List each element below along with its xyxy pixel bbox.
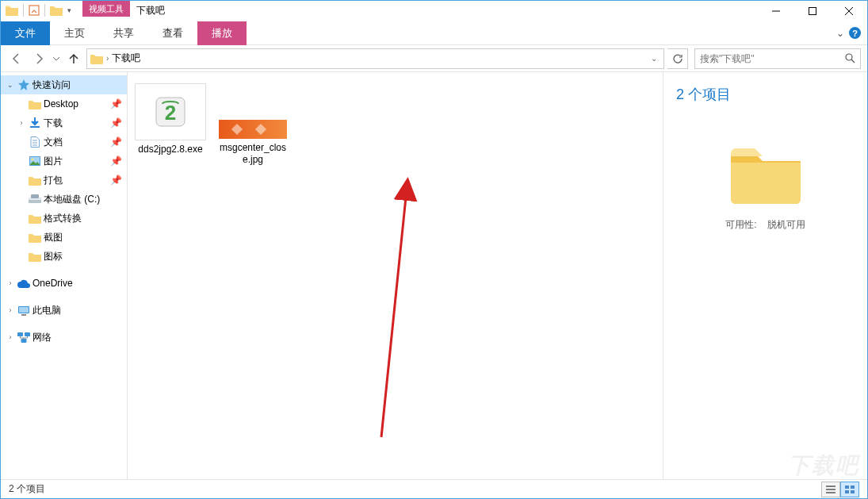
tree-icon-lib[interactable]: 图标 bbox=[1, 247, 127, 266]
tree-this-pc[interactable]: › 此电脑 bbox=[1, 301, 127, 320]
pin-icon: 📌 bbox=[110, 98, 122, 109]
pin-icon: 📌 bbox=[110, 136, 122, 148]
ribbon-tab-share[interactable]: 共享 bbox=[99, 21, 148, 45]
nav-back-button[interactable] bbox=[7, 49, 26, 68]
help-icon[interactable]: ? bbox=[849, 27, 861, 39]
file-label: msgcenter_close.jpg bbox=[216, 142, 289, 166]
quick-access-toolbar: ▾ bbox=[1, 1, 76, 20]
navigation-pane: ⌄ 快速访问 Desktop 📌 › 下载 📌 文档 📌 bbox=[1, 72, 128, 479]
nav-up-button[interactable] bbox=[64, 49, 83, 68]
svg-rect-11 bbox=[17, 332, 23, 336]
documents-icon bbox=[28, 136, 42, 148]
file-item-exe[interactable]: 2 dds2jpg2.8.exe bbox=[132, 80, 208, 159]
pin-icon: 📌 bbox=[110, 175, 122, 186]
ribbon-expand-button[interactable]: ⌄ bbox=[836, 28, 844, 39]
tree-network[interactable]: › 网络 bbox=[1, 328, 127, 347]
search-icon[interactable] bbox=[839, 49, 860, 68]
expand-icon[interactable]: › bbox=[6, 333, 15, 341]
pin-icon: 📌 bbox=[110, 155, 122, 167]
ribbon-tab-home[interactable]: 主页 bbox=[50, 21, 99, 45]
view-icons-button[interactable] bbox=[840, 482, 859, 497]
nav-recent-dropdown[interactable] bbox=[52, 49, 61, 68]
search-box[interactable] bbox=[694, 48, 861, 69]
ribbon-tabs: 文件 主页 共享 查看 播放 ⌄ ? bbox=[1, 21, 867, 45]
refresh-button[interactable] bbox=[667, 48, 688, 69]
tree-quick-access[interactable]: ⌄ 快速访问 bbox=[1, 75, 127, 94]
tree-onedrive[interactable]: › OneDrive bbox=[1, 274, 127, 293]
pictures-icon bbox=[28, 156, 42, 166]
tree-pictures[interactable]: 图片 📌 bbox=[1, 152, 127, 171]
title-bar: ▾ 视频工具 下载吧 bbox=[1, 1, 867, 21]
ribbon-tab-file[interactable]: 文件 bbox=[1, 21, 50, 45]
window-title: 下载吧 bbox=[130, 1, 171, 21]
content-area: 2 dds2jpg2.8.exe msgcenter_close.jpg 2 个… bbox=[128, 72, 867, 479]
this-pc-icon bbox=[17, 305, 31, 316]
qat-new-folder[interactable] bbox=[50, 5, 63, 16]
file-thumbnail bbox=[217, 83, 289, 139]
file-item-jpg[interactable]: msgcenter_close.jpg bbox=[215, 80, 291, 169]
collapse-icon[interactable]: ⌄ bbox=[6, 81, 15, 89]
svg-text:2: 2 bbox=[165, 101, 176, 125]
svg-rect-10 bbox=[21, 314, 26, 316]
svg-rect-13 bbox=[21, 339, 27, 343]
separator bbox=[44, 4, 45, 17]
tree-screenshot[interactable]: 截图 bbox=[1, 228, 127, 247]
folder-icon bbox=[6, 5, 18, 16]
details-title: 2 个项目 bbox=[676, 85, 731, 104]
folder-large-icon bbox=[728, 142, 804, 204]
nav-forward-button[interactable] bbox=[29, 49, 48, 68]
navigation-bar: › 下载吧 ⌄ bbox=[1, 45, 867, 72]
folder-icon bbox=[28, 99, 42, 109]
file-label: dds2jpg2.8.exe bbox=[138, 144, 202, 155]
qat-customize-dropdown[interactable]: ▾ bbox=[67, 6, 71, 14]
ribbon-tab-view[interactable]: 查看 bbox=[148, 21, 197, 45]
svg-point-2 bbox=[846, 54, 852, 60]
svg-point-4 bbox=[32, 159, 34, 161]
svg-rect-1 bbox=[809, 8, 816, 15]
expand-icon[interactable]: › bbox=[6, 306, 15, 314]
tree-local-disk-c[interactable]: 本地磁盘 (C:) bbox=[1, 190, 127, 209]
svg-rect-19 bbox=[845, 490, 849, 493]
availability-line: 可用性: 脱机可用 bbox=[725, 218, 805, 232]
chevron-right-icon[interactable]: › bbox=[106, 54, 109, 63]
folder-icon bbox=[90, 53, 103, 64]
items-view[interactable]: 2 dds2jpg2.8.exe msgcenter_close.jpg bbox=[128, 72, 663, 479]
folder-icon bbox=[28, 213, 42, 224]
minimize-button[interactable] bbox=[758, 1, 794, 21]
svg-rect-9 bbox=[19, 307, 29, 313]
network-icon bbox=[17, 332, 31, 343]
expand-icon[interactable]: › bbox=[17, 119, 26, 127]
expand-icon[interactable]: › bbox=[6, 279, 15, 287]
explorer-body: ⌄ 快速访问 Desktop 📌 › 下载 📌 文档 📌 bbox=[1, 72, 867, 479]
qat-properties[interactable] bbox=[29, 5, 40, 16]
tree-documents[interactable]: 文档 📌 bbox=[1, 132, 127, 152]
explorer-window: ▾ 视频工具 下载吧 文件 主页 共享 查看 播放 ⌄ ? › 下载吧 ⌄ bbox=[0, 0, 868, 499]
star-icon bbox=[17, 79, 31, 90]
availability-label: 可用性: bbox=[725, 219, 756, 230]
tree-desktop[interactable]: Desktop 📌 bbox=[1, 94, 127, 113]
view-details-button[interactable] bbox=[821, 482, 840, 497]
contextual-tool-tab-header: 视频工具 bbox=[82, 1, 130, 17]
folder-icon bbox=[28, 251, 42, 262]
window-controls bbox=[758, 1, 867, 21]
address-history-dropdown[interactable]: ⌄ bbox=[648, 54, 660, 63]
tree-downloads[interactable]: › 下载 📌 bbox=[1, 113, 127, 132]
search-input[interactable] bbox=[695, 53, 839, 64]
separator bbox=[23, 4, 24, 17]
breadcrumb-segment[interactable]: 下载吧 bbox=[112, 52, 140, 65]
tree-format-convert[interactable]: 格式转换 bbox=[1, 209, 127, 228]
close-button[interactable] bbox=[831, 1, 867, 21]
address-bar[interactable]: › 下载吧 ⌄ bbox=[86, 48, 664, 69]
maximize-button[interactable] bbox=[794, 1, 831, 21]
details-pane: 2 个项目 可用性: 脱机可用 bbox=[663, 72, 867, 479]
file-thumbnail: 2 bbox=[135, 83, 206, 140]
view-mode-toggle bbox=[821, 482, 859, 497]
downloads-icon bbox=[28, 117, 42, 129]
ribbon-tab-play[interactable]: 播放 bbox=[197, 21, 247, 45]
status-bar: 2 个项目 bbox=[1, 479, 867, 498]
folder-icon bbox=[28, 232, 42, 243]
tree-dabao[interactable]: 打包 📌 bbox=[1, 171, 127, 190]
drive-icon bbox=[28, 194, 42, 204]
onedrive-icon bbox=[17, 279, 31, 288]
svg-rect-17 bbox=[845, 486, 849, 489]
